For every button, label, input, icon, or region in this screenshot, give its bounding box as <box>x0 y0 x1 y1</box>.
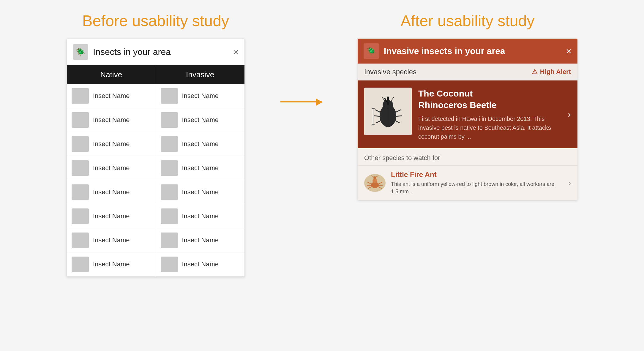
list-item[interactable]: Insect Name <box>156 228 245 252</box>
before-section: Before usability study 🪲 Insects in your… <box>67 12 245 277</box>
high-alert-text: High Alert <box>540 68 571 76</box>
svg-line-26 <box>376 176 378 177</box>
insect-thumbnail <box>161 136 178 152</box>
insect-thumbnail <box>161 208 178 224</box>
svg-line-21 <box>368 187 371 189</box>
svg-line-9 <box>395 116 402 116</box>
insect-name: Insect Name <box>182 92 219 100</box>
list-item[interactable]: Insect Name <box>67 180 156 204</box>
insect-thumbnail <box>72 136 89 152</box>
before-title: Before usability study <box>82 12 229 30</box>
after-panel-title: Invasive insects in your area <box>384 46 561 56</box>
insect-name: Insect Name <box>182 140 219 148</box>
insect-name: Insect Name <box>93 164 130 172</box>
insect-name: Insect Name <box>182 260 219 268</box>
before-tabs: Native Invasive <box>67 65 244 84</box>
svg-line-22 <box>379 182 382 184</box>
list-item[interactable]: Insect Name <box>67 108 156 132</box>
insect-thumbnail <box>72 184 89 200</box>
native-column: Insect Name Insect Name Insect Name Inse… <box>67 84 156 276</box>
list-item[interactable]: Insect Name <box>156 156 245 180</box>
list-item[interactable]: Insect Name <box>156 108 245 132</box>
after-header: 🪲 Invasive insects in your area × <box>358 39 577 64</box>
insect-name: Insect Name <box>93 188 130 196</box>
species-content: Little Fire Ant This ant is a uniform ye… <box>391 170 563 195</box>
after-panel: 🪲 Invasive insects in your area × Invasi… <box>358 39 577 200</box>
native-tab[interactable]: Native <box>67 65 156 84</box>
featured-insect-description: First detected in Hawaii in December 201… <box>418 114 561 141</box>
featured-insect[interactable]: The CoconutRhinoceros Beetle First detec… <box>358 80 577 148</box>
list-item[interactable]: Insect Name <box>156 204 245 228</box>
insect-thumbnail <box>161 112 178 128</box>
invasive-column: Insect Name Insect Name Insect Name Inse… <box>156 84 245 276</box>
insect-thumbnail <box>72 160 89 176</box>
other-species-title: Other species to watch for <box>358 148 577 165</box>
list-item[interactable]: Insect Name <box>156 180 245 204</box>
before-close-button[interactable]: × <box>233 47 239 58</box>
insect-name: Insect Name <box>182 212 219 220</box>
svg-point-17 <box>372 179 377 183</box>
list-item[interactable]: Insect Name <box>67 84 156 108</box>
featured-insect-image <box>364 88 412 135</box>
insect-name: Insect Name <box>93 236 130 244</box>
invasive-species-label: Invasive species <box>364 68 416 76</box>
list-item[interactable]: Insect Name <box>156 84 245 108</box>
before-header: 🪲 Insects in your area × <box>67 39 244 65</box>
insect-name: Insect Name <box>182 116 219 124</box>
species-description: This ant is a uniform yellow-red to ligh… <box>391 181 563 195</box>
transition-arrow <box>280 101 322 102</box>
insect-name: Insect Name <box>182 236 219 244</box>
insect-thumbnail <box>161 88 178 104</box>
insect-thumbnail <box>72 88 89 104</box>
alert-bar: Invasive species ⚠ High Alert <box>358 64 577 80</box>
list-item[interactable]: Insect Name <box>67 204 156 228</box>
svg-rect-2 <box>387 97 389 105</box>
species-chevron-right-icon[interactable]: › <box>568 178 571 188</box>
insect-thumbnail <box>161 257 178 272</box>
featured-content: The CoconutRhinoceros Beetle First detec… <box>418 88 561 141</box>
species-thumbnail <box>364 174 386 192</box>
high-alert-badge: ⚠ High Alert <box>532 68 571 76</box>
svg-line-6 <box>374 116 381 116</box>
insect-name: Insect Name <box>182 188 219 196</box>
after-close-button[interactable]: × <box>566 46 572 57</box>
bug-icon: 🪲 <box>73 44 88 60</box>
list-item[interactable]: Insect Name <box>67 252 156 276</box>
insect-name: Insect Name <box>93 92 130 100</box>
insect-thumbnail <box>161 160 178 176</box>
list-item[interactable]: Insect Name <box>67 156 156 180</box>
featured-chevron-right-icon[interactable]: › <box>568 109 571 119</box>
warning-icon: ⚠ <box>532 68 538 76</box>
svg-line-25 <box>371 176 374 177</box>
svg-line-24 <box>378 187 382 189</box>
insect-thumbnail <box>161 184 178 200</box>
insect-thumbnail <box>72 112 89 128</box>
insect-thumbnail <box>72 208 89 224</box>
insect-name: Insect Name <box>93 140 130 148</box>
bug-icon-after: 🪲 <box>364 43 379 59</box>
arrow-container <box>280 101 322 102</box>
svg-line-19 <box>367 182 371 184</box>
insect-thumbnail <box>161 233 178 248</box>
featured-insect-name: The CoconutRhinoceros Beetle <box>418 88 561 111</box>
species-list-item[interactable]: Little Fire Ant This ant is a uniform ye… <box>358 165 577 200</box>
before-list: Insect Name Insect Name Insect Name Inse… <box>67 84 244 276</box>
svg-point-18 <box>373 176 376 179</box>
after-section: After usability study 🪲 Invasive insects… <box>358 12 577 200</box>
after-title: After usability study <box>401 12 535 30</box>
species-name: Little Fire Ant <box>391 170 563 179</box>
before-panel-title: Insects in your area <box>93 47 228 57</box>
before-panel: 🪲 Insects in your area × Native Invasive… <box>67 39 245 277</box>
insect-name: Insect Name <box>182 164 219 172</box>
invasive-tab[interactable]: Invasive <box>156 65 245 84</box>
list-item[interactable]: Insect Name <box>156 252 245 276</box>
insect-name: Insect Name <box>93 260 130 268</box>
insect-thumbnail <box>72 257 89 272</box>
insect-name: Insect Name <box>93 116 130 124</box>
list-item[interactable]: Insect Name <box>156 132 245 156</box>
list-item[interactable]: Insect Name <box>67 228 156 252</box>
list-item[interactable]: Insect Name <box>67 132 156 156</box>
insect-name: Insect Name <box>93 212 130 220</box>
insect-thumbnail <box>72 233 89 248</box>
svg-line-12 <box>390 97 394 102</box>
